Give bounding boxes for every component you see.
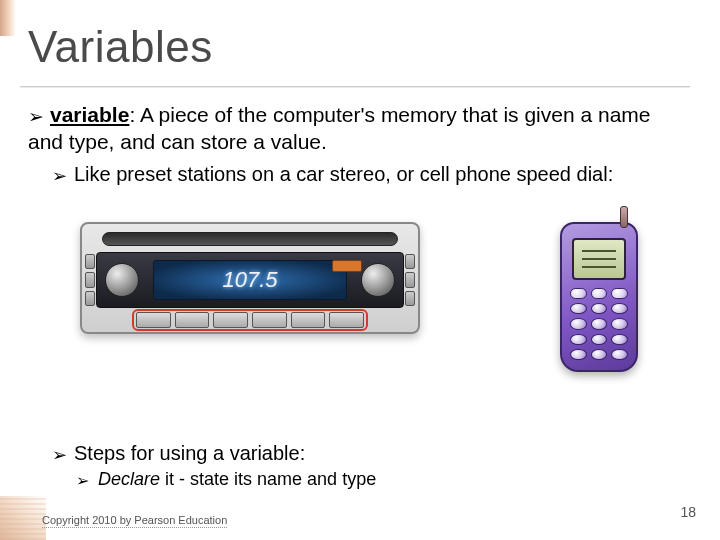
phone-key <box>611 349 628 360</box>
phone-keypad <box>570 288 628 360</box>
phone-key <box>611 334 628 345</box>
stereo-knob-right <box>361 263 395 297</box>
phone-nav-key <box>570 288 587 299</box>
stereo-right-keys <box>405 254 415 306</box>
stereo-preset-row <box>136 312 364 328</box>
stereo-knob-left <box>105 263 139 297</box>
phone-screen <box>572 238 626 280</box>
phone-key <box>591 318 608 329</box>
phone-key <box>611 318 628 329</box>
phone-key <box>570 303 587 314</box>
bullet-glyph: ➢ <box>28 105 50 129</box>
stereo-cd-slot <box>102 232 398 246</box>
stereo-frequency: 107.5 <box>222 267 277 293</box>
stereo-orange-button <box>332 260 362 272</box>
stereo-preset-button <box>252 312 287 328</box>
accent-bottom-left <box>0 496 46 540</box>
illustration-row: 107.5 <box>80 222 680 362</box>
stereo-display: 107.5 <box>153 260 347 300</box>
title-rule <box>20 86 690 87</box>
bullet-analogy: ➢Like preset stations on a car stereo, o… <box>52 162 690 188</box>
term-variable: variable <box>50 103 129 126</box>
declare-rest: - state its name and type <box>174 469 376 489</box>
phone-key <box>611 303 628 314</box>
phone-nav-key <box>611 288 628 299</box>
analogy-text: Like preset stations on a car stereo, or… <box>74 163 613 185</box>
phone-antenna <box>620 206 628 228</box>
copyright-footer: Copyright 2010 by Pearson Education <box>42 514 227 528</box>
stereo-preset-button <box>136 312 171 328</box>
page-number: 18 <box>680 504 696 520</box>
cell-phone-illustration <box>560 222 638 372</box>
phone-key <box>591 303 608 314</box>
phone-key <box>570 349 587 360</box>
slide: Variables ➢variable: A piece of the comp… <box>0 0 720 540</box>
stereo-preset-button <box>213 312 248 328</box>
bullet-declare: ➢Declare it - state its name and type <box>76 469 690 490</box>
bullet-glyph: ➢ <box>76 471 98 491</box>
bullet-glyph: ➢ <box>52 165 74 188</box>
steps-text: Steps for using a variable: <box>74 442 305 464</box>
phone-key <box>591 349 608 360</box>
stereo-preset-button <box>175 312 210 328</box>
declare-emph: Declare <box>98 469 160 489</box>
phone-key <box>591 334 608 345</box>
bullet-steps: ➢Steps for using a variable: <box>52 442 690 465</box>
stereo-left-keys <box>85 254 95 306</box>
accent-top-left <box>0 0 16 36</box>
car-stereo-illustration: 107.5 <box>80 222 420 334</box>
phone-key <box>570 318 587 329</box>
stereo-preset-button <box>329 312 364 328</box>
stereo-preset-button <box>291 312 326 328</box>
phone-nav-key <box>591 288 608 299</box>
declare-mid: it <box>160 469 174 489</box>
phone-key <box>570 334 587 345</box>
bullet-glyph: ➢ <box>52 444 74 466</box>
steps-block: ➢Steps for using a variable: ➢Declare it… <box>28 438 690 492</box>
slide-title: Variables <box>28 22 213 72</box>
body-text: ➢variable: A piece of the computer's mem… <box>28 102 690 191</box>
bullet-variable-def: ➢variable: A piece of the computer's mem… <box>28 102 690 156</box>
